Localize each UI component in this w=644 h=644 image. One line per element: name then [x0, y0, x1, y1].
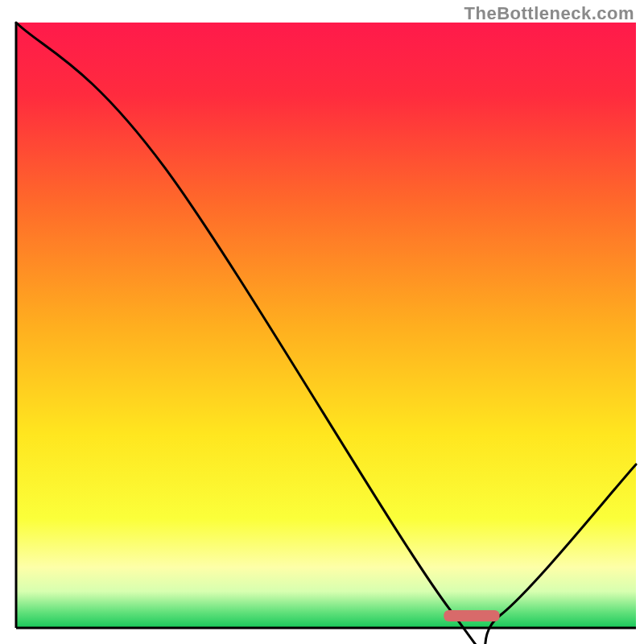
target-range-marker [444, 610, 499, 621]
chart-container: TheBottleneck.com [0, 0, 644, 644]
bottleneck-chart [0, 0, 644, 644]
watermark-text: TheBottleneck.com [464, 3, 634, 24]
plot-background [16, 23, 636, 628]
